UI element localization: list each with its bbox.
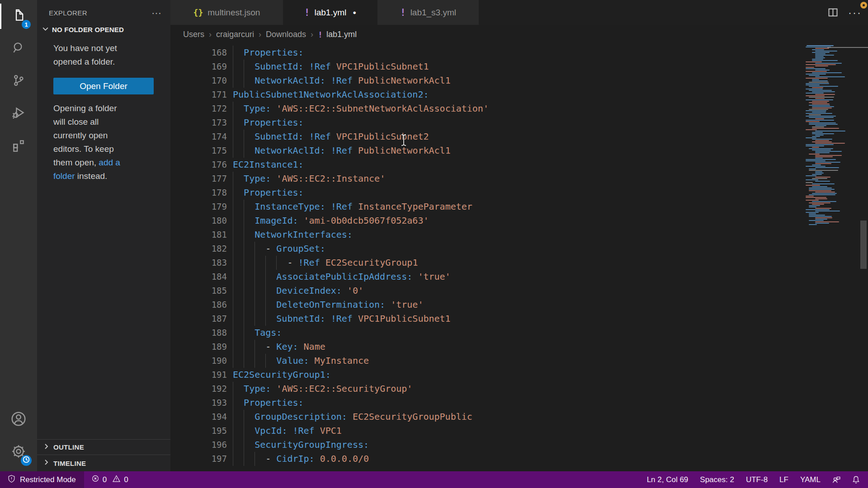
code-line[interactable]: 179 InstanceType: !Ref InstanceTypeParam…	[170, 200, 868, 214]
indent-guide	[255, 242, 255, 256]
code-line[interactable]: 175 NetworkAclId: !Ref PublicNetworkAcl1	[170, 144, 868, 158]
minimap-line	[809, 224, 817, 225]
tab-lab1-yml[interactable]: ! lab1.yml ●	[283, 0, 377, 25]
line-number: 173	[170, 116, 227, 130]
extensions-activity-button[interactable]	[0, 130, 37, 163]
indentation-setting[interactable]: Spaces: 2	[694, 475, 740, 484]
status-bar: Restricted Mode 0 0 Ln 2, Col 69 Spaces:…	[0, 471, 868, 488]
line-number: 174	[170, 130, 227, 144]
code-line[interactable]: 169 SubnetId: !Ref VPC1PublicSubnet1	[170, 60, 868, 74]
code-line[interactable]: 171PublicSubnet1NetworkAclAssociation2:	[170, 88, 868, 102]
indent-guide	[233, 74, 233, 88]
outline-pane-header[interactable]: OUTLINE	[37, 439, 170, 455]
minimap-line	[809, 170, 838, 171]
code-line[interactable]: 170 NetworkAclId: !Ref PublicNetworkAcl1	[170, 74, 868, 88]
code-line[interactable]: 190 Value: MyInstance	[170, 354, 868, 368]
open-folder-button[interactable]: Open Folder	[53, 78, 154, 94]
editor-scrollbar-thumb[interactable]	[860, 221, 867, 269]
code-line[interactable]: 182 - GroupSet:	[170, 242, 868, 256]
breadcrumb-item[interactable]: Users	[183, 30, 204, 39]
code-line[interactable]: 191EC2SecurityGroup1:	[170, 368, 868, 382]
minimap-line	[815, 171, 822, 172]
code-line[interactable]: 172 Type: 'AWS::EC2::SubnetNetworkAclAss…	[170, 102, 868, 116]
code-line[interactable]: 181 NetworkInterfaces:	[170, 228, 868, 242]
breadcrumb-file[interactable]: ! lab1.yml	[318, 30, 357, 39]
language-mode[interactable]: YAML	[794, 475, 826, 484]
restricted-mode-button[interactable]: Restricted Mode	[0, 471, 84, 488]
minimap-line	[806, 144, 834, 145]
minimap-line	[815, 198, 827, 199]
code-line-text: VpcId: !Ref VPC1	[233, 424, 342, 438]
code-line[interactable]: 176EC2Instance1:	[170, 158, 868, 172]
no-folder-section-header[interactable]: NO FOLDER OPENED	[37, 17, 170, 34]
code-line[interactable]: 189 - Key: Name	[170, 340, 868, 354]
cursor-position[interactable]: Ln 2, Col 69	[641, 475, 694, 484]
code-line[interactable]: 187 SubnetId: !Ref VPC1PublicSubnet1	[170, 312, 868, 326]
line-number: 185	[170, 284, 227, 298]
timeline-pane-header[interactable]: TIMELINE	[37, 455, 170, 471]
code-line[interactable]: 193 Properties:	[170, 396, 868, 410]
problems-button[interactable]: 0 0	[84, 474, 136, 485]
code-editor[interactable]: 168 Properties:169 SubnetId: !Ref VPC1Pu…	[170, 44, 868, 471]
split-editor-icon[interactable]	[827, 6, 839, 19]
code-line[interactable]: 173 Properties:	[170, 116, 868, 130]
code-line[interactable]: 192 Type: 'AWS::EC2::SecurityGroup'	[170, 382, 868, 396]
code-line[interactable]: 194 GroupDescription: EC2SecurityGroupPu…	[170, 410, 868, 424]
code-line[interactable]: 184 AssociatePublicIpAddress: 'true'	[170, 270, 868, 284]
encoding-setting[interactable]: UTF-8	[740, 475, 774, 484]
code-line-text: - GroupSet:	[233, 242, 326, 256]
search-activity-button[interactable]	[0, 33, 37, 65]
indent-guide	[255, 270, 255, 284]
indent-guide	[233, 200, 233, 214]
code-line[interactable]: 180 ImageId: 'ami-0b0dcb5067f052a63'	[170, 214, 868, 228]
indent-guide	[244, 256, 244, 270]
indent-guide	[265, 256, 266, 270]
minimap-line	[809, 194, 835, 195]
tab-multinest-json[interactable]: {} multinest.json	[170, 0, 283, 25]
code-line[interactable]: 195 VpcId: !Ref VPC1	[170, 424, 868, 438]
indent-guide	[255, 256, 255, 270]
minimap-line	[815, 211, 840, 211]
settings-button[interactable]	[0, 436, 37, 469]
chevron-down-icon	[42, 25, 49, 34]
code-line[interactable]: 183 - !Ref EC2SecurityGroup1	[170, 256, 868, 270]
code-line[interactable]: 186 DeleteOnTermination: 'true'	[170, 298, 868, 312]
code-line[interactable]: 178 Properties:	[170, 186, 868, 200]
code-line[interactable]: 188 Tags:	[170, 326, 868, 340]
feedback-icon[interactable]	[826, 475, 846, 485]
minimap-line	[809, 205, 820, 206]
explorer-activity-button[interactable]: 1	[0, 0, 37, 33]
code-line-text: Type: 'AWS::EC2::SecurityGroup'	[233, 382, 412, 396]
indent-guide	[233, 116, 233, 130]
code-line[interactable]: 177 Type: 'AWS::EC2::Instance'	[170, 172, 868, 186]
eol-setting[interactable]: LF	[774, 475, 794, 484]
indent-guide	[244, 452, 244, 466]
line-number: 169	[170, 60, 227, 74]
editor-more-actions-icon[interactable]: ···	[848, 10, 862, 15]
code-line[interactable]: 185 DeviceIndex: '0'	[170, 284, 868, 298]
source-control-activity-button[interactable]	[0, 65, 37, 98]
tab-modified-dot[interactable]: ●	[353, 9, 356, 16]
run-debug-activity-button[interactable]	[0, 98, 37, 130]
minimap-line	[812, 108, 832, 108]
code-line[interactable]: 168 Properties:	[170, 46, 868, 60]
code-line[interactable]: 197 - CidrIp: 0.0.0.0/0	[170, 452, 868, 466]
breadcrumb-item[interactable]: Downloads	[266, 30, 306, 39]
sidebar-more-actions-icon[interactable]: ···	[151, 11, 161, 15]
tab-lab1-s3-yml[interactable]: ! lab1_s3.yml	[377, 0, 479, 25]
minimap-line	[815, 155, 842, 156]
line-number: 176	[170, 158, 227, 172]
minimap-line	[812, 193, 837, 194]
minimap[interactable]	[806, 45, 859, 225]
indent-guide	[255, 452, 255, 466]
account-button[interactable]	[0, 404, 37, 436]
code-line[interactable]: 174 SubnetId: !Ref VPC1PublicSubnet2	[170, 130, 868, 144]
code-line[interactable]: 196 SecurityGroupIngress:	[170, 438, 868, 452]
minimap-line	[809, 213, 816, 214]
code-line-text: NetworkAclId: !Ref PublicNetworkAcl1	[233, 74, 451, 88]
breadcrumb-item[interactable]: craigarcuri	[216, 30, 254, 39]
bell-icon[interactable]	[846, 475, 868, 484]
minimap-line	[812, 59, 823, 60]
line-number: 194	[170, 410, 227, 424]
minimap-line	[812, 80, 828, 81]
